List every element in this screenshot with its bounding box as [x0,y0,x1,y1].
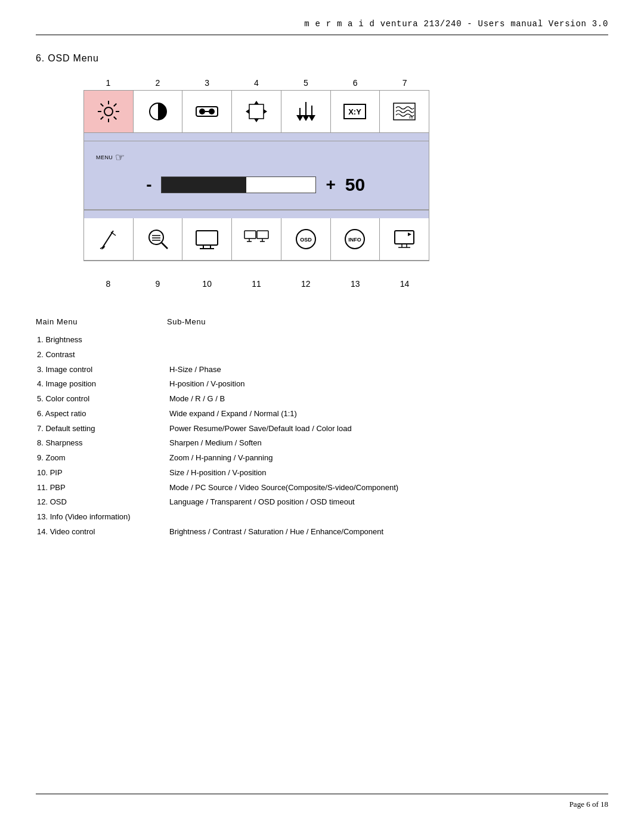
top-numbers-row: 1 2 3 4 5 6 7 [83,78,429,88]
icon-cell-2-contrast[interactable] [134,91,183,132]
menu-right-10: Size / H-position / V-position [169,466,607,480]
menu-right-14: Brightness / Contrast / Saturation / Hue… [169,525,607,539]
menu-row-4: 4. Image positionH-position / V-position [37,377,607,391]
menu-row-14: 14. Video controlBrightness / Contrast /… [37,525,607,539]
svg-marker-16 [264,109,267,114]
menu-row-1: 1. Brightness [37,333,607,347]
menu-right-5: Mode / R / G / B [169,392,607,406]
menu-header-left: Main Menu [36,317,167,326]
menu-left-8: 8. Sharpness [37,436,168,450]
bottom-icon-row: OSD INFO [84,218,429,261]
pip-icon [194,226,220,252]
svg-marker-24 [308,115,315,121]
blue-band-bottom [84,210,429,218]
menu-text-label: MENU [96,154,113,160]
menu-left-2: 2. Contrast [37,348,168,362]
num-14: 14 [380,279,429,289]
slider-row: - + 50 [96,170,417,200]
contrast-icon [145,98,171,125]
menu-left-10: 10. PIP [37,466,168,480]
icon-cell-4-image-position[interactable] [232,91,281,132]
svg-line-6 [114,117,117,120]
num-13: 13 [330,279,380,289]
svg-marker-17 [254,101,259,104]
svg-rect-52 [395,231,414,244]
svg-marker-18 [254,119,259,122]
num-9: 9 [133,279,182,289]
menu-left-12: 12. OSD [37,496,168,509]
icon-cell-10-pip[interactable] [182,218,232,260]
icon-cell-7-default-setting[interactable]: m [380,91,429,132]
menu-left-11: 11. PBP [37,481,168,495]
num-8: 8 [83,279,133,289]
num-4: 4 [232,78,281,88]
num-5: 5 [281,78,330,88]
blue-band-top [84,133,429,141]
icon-cell-12-osd[interactable]: OSD [281,218,331,260]
menu-right-12: Language / Transparent / OSD position / … [169,496,607,509]
svg-rect-14 [249,104,264,119]
header-title: m e r m a i d ventura 213/240 - Users ma… [304,19,608,29]
menu-row-2: 2. Contrast [37,348,607,362]
menu-left-9: 9. Zoom [37,451,168,465]
menu-right-3: H-Size / Phase [169,363,607,377]
menu-row-3: 3. Image controlH-Size / Phase [37,363,607,377]
num-2: 2 [133,78,182,88]
menu-left-4: 4. Image position [37,377,168,391]
svg-marker-15 [246,109,249,114]
svg-point-0 [104,107,113,116]
icon-cell-5-color-control[interactable] [281,91,331,132]
icon-cell-6-aspect-ratio[interactable]: X:Y [331,91,380,132]
slider-bar[interactable] [161,176,316,193]
default-setting-icon: m [391,98,417,125]
menu-right-11: Mode / PC Source / Video Source(Composit… [169,481,607,495]
svg-text:m: m [409,114,413,120]
slider-plus[interactable]: + [326,175,335,194]
menu-row-7: 7. Default settingPower Resume/Power Sav… [37,422,607,436]
icon-cell-11-pbp[interactable] [232,218,281,260]
icon-cell-14-video-control[interactable] [380,218,429,260]
menu-row-13: 13. Info (Video information) [37,510,607,524]
osd-diagram: X:Y m MENU ☞ [83,90,429,261]
menu-left-13: 13. Info (Video information) [37,510,168,524]
pbp-icon [243,226,270,252]
image-position-icon [243,98,270,125]
icon-cell-9-zoom[interactable] [134,218,183,260]
menu-left-7: 7. Default setting [37,422,168,436]
menu-left-6: 6. Aspect ratio [37,407,168,421]
svg-line-5 [101,104,104,107]
menu-headers: Main Menu Sub-Menu [36,317,608,326]
svg-marker-56 [408,233,411,236]
menu-right-9: Zoom / H-panning / V-panning [169,451,607,465]
slider-value: 50 [345,175,367,195]
section-title: 6. OSD Menu [36,53,608,64]
menu-row-12: 12. OSDLanguage / Transparent / OSD posi… [37,496,607,509]
menu-right-13 [169,510,607,524]
menu-row-8: 8. SharpnessSharpen / Medium / Soften [37,436,607,450]
icon-cell-13-info[interactable]: INFO [331,218,380,260]
menu-right-4: H-position / V-position [169,377,607,391]
menu-row-9: 9. ZoomZoom / H-panning / V-panning [37,451,607,465]
svg-point-11 [199,109,205,114]
middle-section: MENU ☞ - + 50 [84,141,429,210]
main-content: 6. OSD Menu 1 2 3 4 5 6 7 [0,35,644,588]
svg-text:INFO: INFO [349,237,362,243]
num-7: 7 [380,78,429,88]
menu-header-right: Sub-Menu [167,317,608,326]
menu-right-7: Power Resume/Power Save/Default load / C… [169,422,607,436]
svg-text:OSD: OSD [300,237,312,243]
menu-table: 1. Brightness2. Contrast3. Image control… [36,332,608,540]
menu-hand-icon: ☞ [115,151,125,164]
icon-cell-3-image-control[interactable] [182,91,232,132]
svg-point-33 [149,230,163,244]
icon-cell-8-sharpness[interactable] [84,218,134,260]
slider-minus[interactable]: - [146,175,151,194]
svg-text:X:Y: X:Y [349,107,362,116]
svg-line-34 [162,243,168,249]
menu-left-1: 1. Brightness [37,333,168,347]
menu-right-1 [169,333,607,347]
menu-row-11: 11. PBPMode / PC Source / Video Source(C… [37,481,607,495]
icon-cell-1-brightness[interactable] [84,91,134,132]
slider-fill [162,177,246,193]
num-12: 12 [281,279,330,289]
